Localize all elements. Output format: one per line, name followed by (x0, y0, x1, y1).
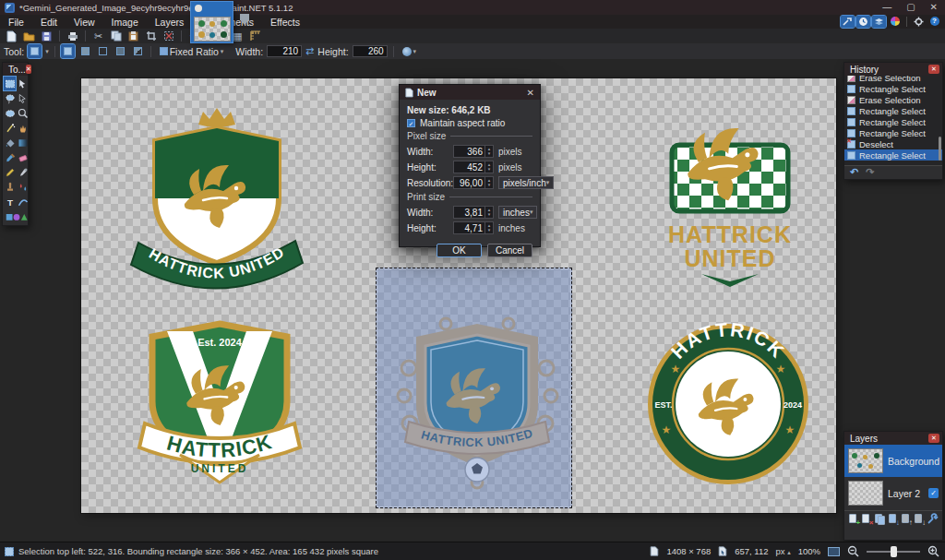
zoom-to-window-button[interactable] (828, 547, 840, 556)
history-panel-header[interactable]: History ✕ (844, 63, 942, 76)
tool-rectangle-select[interactable] (4, 77, 16, 90)
tool-dropdown-caret[interactable]: ▾ (45, 48, 49, 55)
resolution-input[interactable]: 96,00▴▾ (453, 176, 494, 189)
resolution-unit-dropdown[interactable]: pixels/inch▾ (498, 176, 554, 189)
open-file-button[interactable] (22, 30, 36, 42)
print-width-input[interactable]: 3,81▴▾ (453, 206, 494, 219)
tool-eraser[interactable] (17, 150, 29, 164)
duplicate-layer-button[interactable] (874, 513, 884, 525)
tool-move-selected-pixels[interactable] (17, 77, 29, 90)
history-panel-toggle[interactable] (856, 16, 870, 28)
deselect-button[interactable] (161, 30, 175, 42)
menu-layers[interactable]: Layers (147, 16, 193, 29)
selection-mode-subtract[interactable] (96, 44, 110, 58)
units-dropdown[interactable]: px ▴ (775, 546, 790, 556)
menu-image[interactable]: Image (103, 16, 147, 29)
zoom-slider[interactable] (867, 551, 920, 553)
history-scrollbar[interactable] (939, 137, 941, 161)
layer-row-layer2[interactable]: Layer 2 ✓ (844, 477, 942, 509)
copy-button[interactable] (109, 30, 123, 42)
layer-visibility-checkbox[interactable]: ✓ (928, 488, 939, 498)
selection-region[interactable] (376, 268, 572, 508)
history-undo-button[interactable]: ↶ (850, 166, 858, 178)
save-button[interactable] (40, 30, 54, 42)
image-tab-close-icon[interactable] (195, 5, 202, 12)
print-height-input[interactable]: 4,71▴▾ (453, 221, 494, 234)
tool-pan[interactable] (17, 121, 29, 135)
layers-panel-toggle[interactable] (872, 16, 886, 28)
menu-effects[interactable]: Effects (262, 16, 308, 29)
image-tab[interactable] (190, 1, 233, 43)
tool-pencil[interactable] (4, 165, 16, 179)
history-panel-close-button[interactable]: ✕ (928, 65, 939, 74)
tool-move-selection[interactable] (17, 91, 29, 105)
spinner-arrows[interactable]: ▴▾ (484, 222, 493, 233)
layers-panel-header[interactable]: Layers ✕ (844, 432, 942, 445)
new-file-button[interactable] (5, 30, 18, 42)
tool-lasso-select[interactable] (4, 91, 16, 105)
tool-paint-bucket[interactable] (4, 136, 16, 149)
crop-button[interactable] (144, 30, 158, 42)
spinner-arrows[interactable]: ▴▾ (484, 177, 493, 188)
tool-recolor[interactable] (17, 180, 29, 194)
move-layer-down-button[interactable]: ↓ (914, 513, 924, 525)
settings-button[interactable] (912, 16, 926, 28)
ratio-width-input[interactable]: 210 (267, 45, 302, 57)
swap-dimensions-icon[interactable]: ⇄ (305, 45, 314, 57)
history-item-selected[interactable]: Rectangle Select (844, 149, 942, 161)
tool-gradient[interactable] (17, 136, 29, 149)
help-button[interactable]: ? (927, 16, 941, 28)
maximize-button[interactable]: ▢ (906, 1, 915, 14)
layer-row-background[interactable]: Background ✓ (844, 445, 942, 477)
selection-mode-replace[interactable] (61, 44, 75, 58)
dialog-close-button[interactable]: ✕ (527, 88, 534, 98)
add-layer-button[interactable]: + (848, 513, 858, 525)
cancel-button[interactable]: Cancel (487, 244, 532, 257)
active-tool-button[interactable] (28, 44, 42, 58)
zoom-out-icon[interactable] (847, 545, 859, 557)
selection-mode-intersect[interactable] (114, 44, 127, 58)
close-button[interactable]: ✕ (930, 1, 938, 14)
minimize-button[interactable]: — (882, 1, 891, 14)
merge-layer-down-button[interactable]: ↓ (888, 513, 898, 525)
cut-button[interactable]: ✂ (91, 30, 105, 42)
tool-text[interactable]: T (4, 195, 16, 209)
print-button[interactable] (66, 30, 79, 42)
ruler-toggle-button[interactable] (248, 30, 262, 42)
tool-shapes[interactable] (4, 209, 29, 223)
tool-paintbrush[interactable] (4, 150, 16, 164)
maintain-aspect-checkbox[interactable]: ✓ (407, 119, 415, 127)
ok-button[interactable]: OK (437, 244, 482, 257)
pixel-height-input[interactable]: 452▴▾ (453, 161, 494, 173)
history-item[interactable]: Erase Selection (844, 94, 942, 105)
antialiasing-selector[interactable]: ▾ (400, 44, 420, 58)
dialog-titlebar[interactable]: New ✕ (400, 85, 540, 100)
spinner-arrows[interactable]: ▴▾ (484, 146, 493, 157)
colors-panel-toggle[interactable] (888, 16, 902, 28)
tools-panel-toggle[interactable] (841, 16, 855, 28)
tool-line-curve[interactable] (17, 195, 29, 209)
history-item[interactable]: Rectangle Select (844, 127, 942, 138)
zoom-slider-thumb[interactable] (891, 546, 897, 557)
spinner-arrows[interactable]: ▴▾ (484, 207, 493, 218)
tool-color-picker[interactable] (17, 165, 29, 179)
tools-panel-close-button[interactable]: ✕ (26, 65, 31, 74)
selection-mode-invert[interactable] (131, 44, 145, 58)
history-item[interactable]: Rectangle Select (844, 116, 942, 127)
zoom-in-icon[interactable] (927, 545, 939, 557)
tool-clone-stamp[interactable] (4, 180, 16, 194)
layer-properties-button[interactable] (927, 513, 939, 525)
tool-ellipse-select[interactable] (4, 106, 16, 120)
ratio-height-input[interactable]: 260 (353, 45, 388, 57)
menu-file[interactable]: File (0, 16, 32, 29)
history-item[interactable]: Rectangle Select (844, 105, 942, 116)
move-layer-up-button[interactable]: ↑ (901, 513, 911, 525)
layers-panel-close-button[interactable]: ✕ (928, 434, 939, 443)
spinner-arrows[interactable]: ▴▾ (484, 161, 493, 173)
print-width-unit-dropdown[interactable]: inches▾ (498, 206, 537, 219)
history-item[interactable]: Erase Selection (844, 76, 942, 83)
delete-layer-button[interactable]: × (861, 513, 871, 525)
pixel-width-input[interactable]: 366▴▾ (453, 145, 494, 158)
tools-panel-header[interactable]: To... ✕ (3, 63, 28, 76)
paste-button[interactable] (126, 30, 140, 42)
